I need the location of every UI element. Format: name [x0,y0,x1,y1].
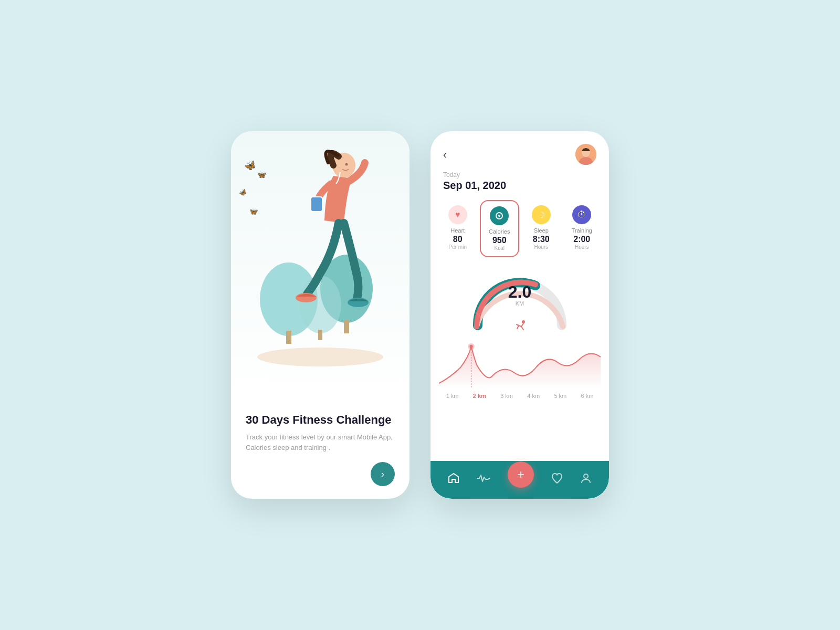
butterfly-3: 🦋 [238,187,248,198]
sleep-value: 8:30 [533,235,550,244]
gauge-section: 2.0 KM [430,268,609,331]
heart-icon-circle: ♥ [448,205,467,224]
date-today-label: Today [443,171,596,178]
stat-calories[interactable]: Calories 950 Kcal [480,200,520,257]
svg-point-16 [498,215,500,217]
calories-unit: Kcal [495,245,505,251]
runner-illustration [252,136,388,378]
chart-label-3km: 3 km [500,393,513,399]
gauge-value: 2.0 [508,284,531,300]
svg-point-4 [299,276,341,333]
stat-training[interactable]: ⏱ Training 2:00 Hours [563,200,601,257]
fitness-title: 30 Days Fitness Challenge [246,413,395,427]
training-label: Training [572,227,592,234]
svg-rect-1 [286,331,291,344]
nav-heart-icon[interactable] [551,472,563,488]
runner-gauge-icon [512,320,528,333]
right-phone-header: ‹ [430,131,609,171]
svg-rect-3 [344,320,349,333]
stat-heart[interactable]: ♥ Heart 80 Per min [439,200,477,257]
date-section: Today Sep 01, 2020 [430,171,609,200]
fitness-description: Track your fitness level by our smart Mo… [246,432,395,453]
chart-label-1km: 1 km [446,393,459,399]
svg-point-21 [584,474,588,478]
svg-point-11 [345,163,348,166]
phone-right: ‹ Today Sep 01, 2020 ♥ Heart 80 Per min [430,131,609,499]
stat-sleep[interactable]: ☽ Sleep 8:30 Hours [522,200,560,257]
chart-label-6km: 6 km [581,393,594,399]
calories-label: Calories [489,228,510,235]
svg-rect-5 [318,330,322,340]
date-main-label: Sep 01, 2020 [443,180,596,192]
nav-home-icon[interactable] [447,472,460,488]
training-icon-circle: ⏱ [572,205,591,224]
chart-section: 1 km 2 km 3 km 4 km 5 km 6 km [430,336,609,461]
calories-value: 950 [492,236,507,245]
heart-label: Heart [450,227,465,234]
illustration-area: 🦋 🦋 🦋 🦋 [231,131,410,403]
gauge-wrapper: 2.0 KM [467,268,572,331]
phone-left: 🦋 🦋 🦋 🦋 [231,131,410,499]
chart-svg [439,336,601,388]
left-phone-content: 30 Days Fitness Challenge Track your fit… [231,403,410,499]
svg-point-6 [257,348,383,366]
bottom-nav: + [430,461,609,499]
heart-unit: Per min [449,244,467,250]
chart-label-4km: 4 km [527,393,540,399]
sleep-unit: Hours [534,244,548,250]
back-button[interactable]: ‹ [443,149,447,161]
avatar[interactable] [575,144,596,165]
nav-profile-icon[interactable] [580,472,592,488]
next-button[interactable]: › [371,462,395,486]
heart-value: 80 [453,235,463,244]
nav-add-button[interactable]: + [508,461,534,488]
svg-rect-8 [311,197,322,212]
training-value: 2:00 [573,235,590,244]
sleep-label: Sleep [534,227,549,234]
chart-labels: 1 km 2 km 3 km 4 km 5 km 6 km [439,391,601,399]
training-unit: Hours [575,244,589,250]
sleep-icon-circle: ☽ [532,205,551,224]
stats-row: ♥ Heart 80 Per min Calories 950 Kcal ☽ S… [430,200,609,257]
chart-label-5km: 5 km [554,393,566,399]
app-container: 🦋 🦋 🦋 🦋 [231,131,609,499]
calories-icon-circle [490,206,509,225]
gauge-center: 2.0 KM [508,284,531,307]
nav-activity-icon[interactable] [476,472,491,488]
chart-label-2km: 2 km [473,393,486,399]
